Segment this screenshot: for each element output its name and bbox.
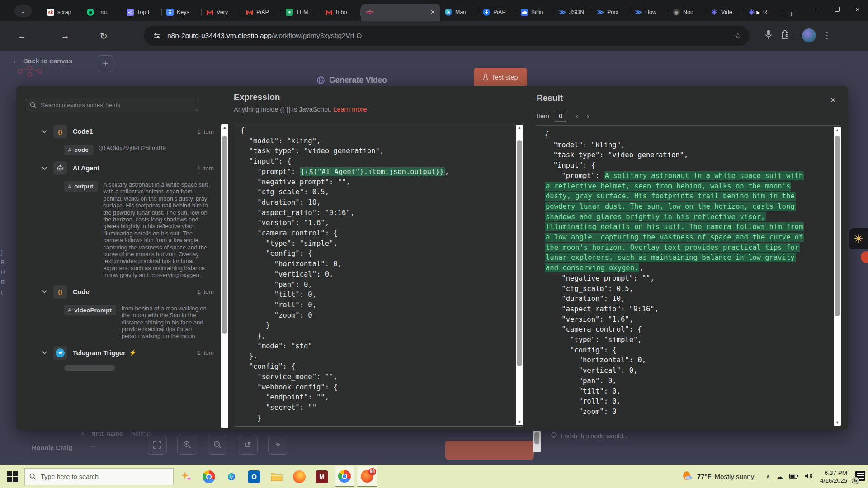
start-button[interactable] <box>7 471 18 482</box>
field-chip[interactable]: Aoutput <box>64 181 98 192</box>
browser-tab[interactable]: Inbo <box>321 4 361 21</box>
tree-node-ai-agent[interactable]: AI Agent1 item <box>16 161 221 175</box>
browser-tab[interactable]: ≫How <box>630 4 668 21</box>
browser-tab[interactable]: Trou <box>82 4 122 21</box>
scrollbar-thumb[interactable] <box>835 136 840 316</box>
zoom-out-button[interactable] <box>208 435 227 455</box>
window-maximize-button[interactable] <box>826 0 847 18</box>
node-icon-chip: {} <box>53 285 67 299</box>
chevron-down-icon[interactable] <box>42 129 48 135</box>
tree-field-videoPrompt[interactable]: AvideoPromptfrom behind of a man walking… <box>16 305 221 340</box>
taskbar-chrome-button[interactable] <box>335 466 354 487</box>
screen-edge-widget[interactable]: ✳ <box>849 228 868 249</box>
expression-code-editor[interactable]: { "model": "kling", "task_type": "video_… <box>234 123 524 427</box>
search-previous-nodes-input[interactable]: Search previous nodes' fields <box>26 99 198 111</box>
browser-tab[interactable]: ≫JSON <box>554 4 592 21</box>
copilot-sparkle-icon[interactable] <box>176 466 196 487</box>
node-icon-chip <box>53 346 67 360</box>
taskbar-chrome-button[interactable] <box>199 466 219 487</box>
item-prev-icon[interactable]: ‹ <box>576 111 578 121</box>
field-chip[interactable]: AvideoPrompt <box>64 305 116 315</box>
left-panel-scrollbar[interactable]: ▲ <box>221 124 228 428</box>
scrollbar-thumb[interactable] <box>222 136 227 334</box>
browser-tab[interactable]: TEM <box>281 4 321 21</box>
scroll-down-icon[interactable]: ▼ <box>834 419 841 426</box>
taskbar-firefox-button[interactable] <box>289 466 309 487</box>
learn-more-link[interactable]: Learn more <box>333 106 367 113</box>
chevron-down-icon[interactable] <box>42 289 48 295</box>
extensions-icon[interactable] <box>780 29 790 42</box>
bookmark-star-icon[interactable]: ☆ <box>734 31 741 41</box>
undo-button[interactable]: ↺ <box>238 435 258 455</box>
scroll-up-icon[interactable]: ▲ <box>221 124 228 131</box>
browser-tab[interactable]: Top f <box>122 4 162 21</box>
back-to-canvas-link[interactable]: ← Back to canvas <box>13 57 72 65</box>
window-minimize-button[interactable]: – <box>806 0 826 18</box>
taskbar-edge-button[interactable]: e <box>222 466 241 487</box>
taskbar-clock[interactable]: 6:37 PM 4/16/2025 <box>820 469 847 484</box>
browser-tab[interactable]: Keys <box>162 4 202 21</box>
scroll-down-icon[interactable]: ▼ <box>516 419 523 425</box>
speaker-icon[interactable] <box>805 473 813 480</box>
result-scrollbar[interactable]: ▲ ▼ <box>834 127 841 426</box>
tree-node-code[interactable]: {}Code1 item <box>16 285 221 299</box>
scroll-up-icon[interactable]: ▲ <box>834 127 841 133</box>
browser-tab[interactable]: PiAP <box>478 4 516 21</box>
new-tab-button[interactable]: + <box>785 7 798 21</box>
add-node-button[interactable]: + <box>98 55 113 72</box>
browser-tab[interactable]: Billin <box>516 4 554 21</box>
browser-forward-button[interactable]: → <box>61 31 70 41</box>
tab-search-button[interactable]: ⌄ <box>14 5 32 17</box>
browser-tab[interactable]: eMan <box>440 4 478 21</box>
weather-desc[interactable]: Mostly sunny <box>715 473 755 480</box>
site-info-icon[interactable] <box>153 32 161 40</box>
chevron-down-icon[interactable] <box>42 350 48 356</box>
weather-icon[interactable] <box>682 470 693 483</box>
browser-back-button[interactable]: ← <box>17 31 26 41</box>
scroll-up-icon[interactable]: ▲ <box>516 125 523 131</box>
taskbar-orange-app-button[interactable]: 93 <box>357 466 377 487</box>
browser-tab[interactable]: ◉Nod <box>668 4 706 21</box>
browser-tab[interactable]: ✳▶R <box>744 4 782 21</box>
browser-menu-icon[interactable]: ⋮ <box>823 30 831 40</box>
profile-avatar[interactable] <box>802 28 816 42</box>
close-modal-button[interactable]: × <box>827 94 839 106</box>
tree-node-code1[interactable]: {}Code11 item <box>16 125 221 138</box>
browser-tab[interactable]: ✳Vide <box>706 4 744 21</box>
chevron-down-icon[interactable] <box>42 165 48 171</box>
tree-node-telegram-trigger[interactable]: Telegram Trigger⚡1 item <box>16 346 221 360</box>
weather-temp[interactable]: 77°F <box>697 473 712 480</box>
mic-icon[interactable] <box>764 29 773 42</box>
user-menu-dots[interactable]: ••• <box>90 443 96 449</box>
tree-field-output[interactable]: AoutputA solitary astronaut in a white s… <box>16 181 221 279</box>
browser-tab[interactable]: skscrap <box>42 4 82 21</box>
tray-expand-icon[interactable]: ∧ <box>766 474 770 480</box>
notification-center-button[interactable]: 6 <box>854 471 865 483</box>
browser-reload-button[interactable]: ↻ <box>100 31 108 42</box>
scrollbar-thumb[interactable] <box>517 140 522 366</box>
active-tab[interactable]: × <box>361 4 440 21</box>
taskbar-m365-button[interactable]: M <box>312 466 332 487</box>
browser-tab[interactable]: Very <box>202 4 241 21</box>
window-close-button[interactable]: × <box>847 0 868 18</box>
tree-field-code[interactable]: AcodeQ1AOkfx2Vj0PH25LmtB9 <box>16 145 221 155</box>
expression-editor-scrollbar[interactable]: ▲ ▼ <box>516 125 523 425</box>
taskbar-outlook-button[interactable]: O <box>244 466 264 487</box>
item-index-input[interactable]: 0 <box>554 111 567 122</box>
zoom-in-button[interactable] <box>177 435 197 455</box>
battery-icon[interactable] <box>789 473 798 480</box>
onedrive-cloud-icon[interactable]: ☁ <box>776 473 783 481</box>
user-menu[interactable]: Ronnie Craig <box>32 444 72 451</box>
browser-tab[interactable]: PiAP <box>241 4 281 21</box>
test-step-button[interactable]: Test step <box>474 68 527 87</box>
taskbar-search-input[interactable]: Type here to search <box>24 468 174 485</box>
fit-view-button[interactable] <box>147 435 167 455</box>
item-next-icon[interactable]: › <box>587 111 590 121</box>
address-bar[interactable]: n8n-2outq-u34443.vm.elestio.app/workflow… <box>144 26 750 46</box>
reset-view-button[interactable]: ⌖ <box>268 435 288 455</box>
node-feedback-input[interactable]: I wish this node would... <box>551 432 628 440</box>
browser-tab[interactable]: ≫Prici <box>592 4 630 21</box>
tab-close-icon[interactable]: × <box>431 8 435 16</box>
field-chip[interactable]: Acode <box>64 145 93 155</box>
taskbar-file-explorer-button[interactable] <box>267 466 287 487</box>
